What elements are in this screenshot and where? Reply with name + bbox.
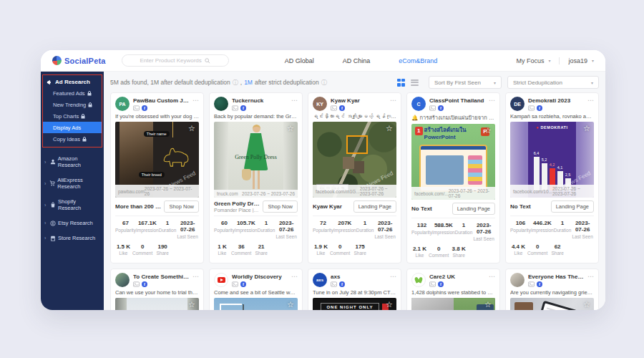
ad-domain[interactable]: facebook.com/... <box>414 191 449 196</box>
butterfly-icon <box>415 276 422 284</box>
deduplication-dropdown[interactable]: Strict Deduplication ▾ <box>507 76 599 89</box>
sidebar-item-top-charts[interactable]: Top Charts <box>43 110 102 122</box>
favorite-star-icon[interactable]: ☆ <box>187 299 197 309</box>
more-menu-icon[interactable]: ⋯ <box>587 273 594 280</box>
more-menu-icon[interactable]: ⋯ <box>390 273 396 280</box>
avatar[interactable] <box>510 273 525 287</box>
advertiser-name[interactable]: ClassPoint Thailand <box>429 97 486 104</box>
search-input[interactable]: Enter Product Keywords <box>122 54 229 67</box>
plot-outline <box>346 135 368 153</box>
avatar[interactable] <box>214 97 228 111</box>
landing-page-button[interactable]: Landing Page <box>452 203 495 215</box>
my-focus-menu[interactable]: My Focus <box>516 57 544 64</box>
favorite-star-icon[interactable]: ☆ <box>286 299 296 309</box>
more-menu-icon[interactable]: ⋯ <box>587 97 594 104</box>
advertiser-name[interactable]: axs <box>331 274 387 280</box>
sidebar-item-featured-ads[interactable]: Featured Ads <box>43 87 102 99</box>
sidebar-item-ad-research[interactable]: Ad Research <box>43 76 102 87</box>
more-menu-icon[interactable]: ⋯ <box>192 97 199 104</box>
sidebar-item-amazon-research[interactable]: › Amazon Research <box>41 151 104 173</box>
ad-domain[interactable]: facebook.com/10... <box>513 189 552 194</box>
strict-count-link[interactable]: 1M <box>244 79 253 86</box>
advertiser-name[interactable]: To Create Something Exceptio... <box>133 274 190 280</box>
favorite-star-icon[interactable]: ☆ <box>384 299 394 309</box>
ad-creative[interactable]: မြေတည်နေရာ FB News Feed ☆ facebook.com/m… <box>313 122 396 198</box>
bag-icon <box>50 202 56 208</box>
ad-creative[interactable]: ONE NIGHT ONLY ☆ <box>313 298 396 310</box>
more-menu-icon[interactable]: ⋯ <box>390 97 396 104</box>
nav-ad-china[interactable]: AD China <box>343 57 371 64</box>
favorite-star-icon[interactable]: ☆ <box>384 123 394 133</box>
ad-domain[interactable]: tnuck.com <box>217 191 238 196</box>
advertiser-name[interactable]: Demokrati 2023 <box>528 97 585 104</box>
sidebar-item-copy-ideas[interactable]: Copy Ideas <box>43 133 102 145</box>
advertiser-name[interactable]: Tuckernuck <box>232 97 288 104</box>
nav-ecom-brand[interactable]: eCom&Brand <box>399 57 437 64</box>
landing-page-button[interactable]: Landing Page <box>353 200 396 213</box>
more-menu-icon[interactable]: ⋯ <box>291 273 298 280</box>
more-menu-icon[interactable]: ⋯ <box>291 97 298 104</box>
ad-text: Can we use your home to trial this new s… <box>115 289 199 296</box>
favorite-star-icon[interactable]: ☆ <box>582 123 592 133</box>
sidebar-item-shopify-research[interactable]: › Shopify Research <box>41 194 104 216</box>
display-ad-icon <box>429 105 436 111</box>
advertiser-name[interactable]: Worldly Discovery <box>232 274 288 280</box>
favorite-star-icon[interactable]: ☆ <box>582 299 592 309</box>
advertiser-name[interactable]: Kyaw Kyar <box>331 97 387 104</box>
sidebar-item-etsy-research[interactable]: › Etsy Research <box>41 216 104 231</box>
info-icon[interactable]: ⓘ <box>321 79 327 87</box>
list-view-toggle[interactable] <box>411 79 419 87</box>
avatar[interactable]: C <box>411 97 426 111</box>
ad-creative[interactable]: 1 สร้างสไลด์เกมในPowerPoint P ✓ ☆ facebo… <box>411 124 495 200</box>
ad-creative[interactable]: ☆ <box>411 298 495 310</box>
grid-view-toggle[interactable] <box>397 79 405 87</box>
favorite-star-icon[interactable]: ☆ <box>483 299 493 309</box>
chevron-down-icon: ▾ <box>592 58 594 63</box>
avatar[interactable]: DE <box>510 97 525 111</box>
avatar[interactable] <box>214 273 228 287</box>
avatar[interactable]: axs <box>313 273 327 287</box>
favorite-star-icon[interactable]: ☆ <box>187 123 197 133</box>
facebook-icon: f <box>339 105 345 111</box>
ad-creative[interactable]: Green Polly Dress ☆ tnuck.com 2023-07-26… <box>214 122 298 198</box>
sort-dropdown[interactable]: Sort By First Seen ▾ <box>429 76 502 89</box>
favorite-star-icon[interactable]: ☆ <box>483 125 493 135</box>
search-icon <box>205 58 210 64</box>
socialpeta-logo[interactable]: SocialPeta <box>52 56 106 65</box>
advertiser-name[interactable]: Everyone Has The Freedom To... <box>528 274 585 280</box>
more-menu-icon[interactable]: ⋯ <box>489 273 495 280</box>
user-menu[interactable]: josa19 <box>568 57 587 64</box>
avatar[interactable] <box>115 273 130 287</box>
ad-stats: 72Popularity 207KImpression 1Duration 20… <box>313 216 396 242</box>
favorite-star-icon[interactable]: ☆ <box>286 123 296 133</box>
sidebar-item-display-ads[interactable]: Display Ads <box>43 122 102 133</box>
shop-now-button[interactable]: Shop Now <box>164 200 199 213</box>
sidebar-item-aliexpress-research[interactable]: › AliExpress Research <box>41 173 104 194</box>
nav-ad-global[interactable]: AD Global <box>285 57 314 64</box>
shop-now-button[interactable]: Shop Now <box>263 200 298 213</box>
advertiser-name[interactable]: Care2 UK <box>429 274 486 280</box>
avatar[interactable] <box>411 273 426 287</box>
ad-creative[interactable]: SEATTLE WASHINGTON ☆ <box>214 298 298 310</box>
ad-creative[interactable]: Their name Their breed FB News Feed ☆ pa… <box>115 122 199 198</box>
more-menu-icon[interactable]: ⋯ <box>489 97 495 104</box>
sidebar-item-store-research[interactable]: › Store Research <box>41 231 104 246</box>
ad-creative[interactable]: ● DEMOKRATI 6,4 5,2 4,2 4,1 2,5 FB News … <box>510 122 594 198</box>
landing-page-button[interactable]: Landing Page <box>551 200 594 213</box>
more-menu-icon[interactable]: ⋯ <box>192 273 199 280</box>
avatar[interactable]: KY <box>313 97 327 111</box>
ad-creative[interactable]: ☆ <box>510 298 594 310</box>
advertiser-name[interactable]: PawBau Custom Jewelry <box>133 97 190 104</box>
ad-social-stats: 1.9 KLike 0Comment 175Share <box>313 242 396 261</box>
ad-domain[interactable]: pawbau.com <box>118 189 145 194</box>
ad-creative[interactable]: ☆ <box>115 298 199 310</box>
tablet-photo <box>528 301 577 310</box>
facebook-icon: f <box>438 105 444 111</box>
info-icon[interactable]: ⓘ <box>233 79 238 87</box>
sidebar-item-new-trending[interactable]: New Trending <box>43 99 102 110</box>
ad-social-stats: 2.1 KLike 0Comment 3.8 KShare <box>411 244 495 263</box>
ad-domain[interactable]: facebook.com/m1G... <box>316 189 360 194</box>
ad-text: 1,428 dolphins were stabbed to death in … <box>411 289 495 296</box>
avatar[interactable]: PA <box>115 97 130 111</box>
slide-screenshot <box>419 145 488 193</box>
